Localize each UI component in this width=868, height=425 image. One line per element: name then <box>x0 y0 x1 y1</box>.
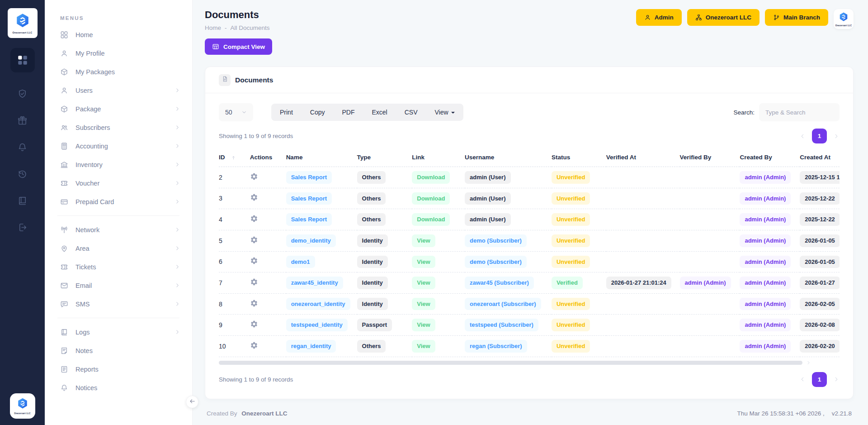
sidebar-item-users[interactable]: Users <box>45 81 192 100</box>
username-badge[interactable]: demo (Subscriber) <box>465 256 527 268</box>
document-name-link[interactable]: Sales Report <box>286 213 332 226</box>
sidebar-item-voucher[interactable]: Voucher <box>45 174 192 192</box>
document-name-link[interactable]: Sales Report <box>286 171 332 184</box>
sidebar-item-sms[interactable]: SMS <box>45 295 192 313</box>
search-input[interactable] <box>759 103 840 121</box>
view-link[interactable]: View <box>412 277 435 289</box>
scrollbar-thumb[interactable] <box>219 361 802 365</box>
gear-icon[interactable] <box>250 257 258 265</box>
dashboard-icon[interactable] <box>10 48 35 72</box>
download-link[interactable]: Download <box>412 213 450 226</box>
document-name-link[interactable]: demo_identity <box>286 234 336 247</box>
csv-export-button[interactable]: CSV <box>396 104 426 121</box>
document-name-link[interactable]: Sales Report <box>286 192 332 205</box>
column-header-verified-at[interactable]: Verified At <box>606 148 680 167</box>
footer-company-link[interactable]: Onezeroart LLC <box>241 410 287 417</box>
sidebar-item-my-profile[interactable]: My Profile <box>45 44 192 62</box>
shield-check-icon[interactable] <box>17 89 28 99</box>
gear-icon[interactable] <box>250 172 258 181</box>
sidebar-collapse-button[interactable] <box>186 396 198 408</box>
sidebar-item-reports[interactable]: Reports <box>45 360 192 378</box>
gear-icon[interactable] <box>250 278 258 286</box>
sidebar-item-subscribers[interactable]: Subscribers <box>45 118 192 137</box>
column-header-link[interactable]: Link <box>412 148 465 167</box>
document-name-link[interactable]: demo1 <box>286 256 315 268</box>
company-logo[interactable]: Onezeroart LLC <box>8 8 38 38</box>
page-size-select[interactable]: 50 <box>219 103 253 121</box>
document-name-link[interactable]: onezeroart_identity <box>286 298 350 310</box>
column-header-status[interactable]: Status <box>552 148 606 167</box>
document-name-link[interactable]: regan_identity <box>286 340 336 353</box>
sidebar-item-my-packages[interactable]: My Packages <box>45 62 192 81</box>
prev-page-icon[interactable] <box>799 133 806 139</box>
bell-icon[interactable] <box>17 142 28 153</box>
sign-out-icon[interactable] <box>17 222 28 233</box>
download-link[interactable]: Download <box>412 192 450 205</box>
username-badge[interactable]: testspeed (Subscriber) <box>465 319 538 331</box>
prev-page-icon[interactable] <box>799 376 806 382</box>
compact-view-button[interactable]: Compact View <box>205 38 272 55</box>
column-header-name[interactable]: Name <box>286 148 357 167</box>
breadcrumb-home[interactable]: Home <box>205 24 221 31</box>
view-link[interactable]: View <box>412 256 435 268</box>
username-badge[interactable]: admin (User) <box>465 192 510 205</box>
header-company-logo[interactable]: Onezeroart LLC <box>834 9 854 29</box>
view-dropdown-button[interactable]: View <box>426 104 463 121</box>
column-header-verified-by[interactable]: Verified By <box>680 148 740 167</box>
sidebar-item-notices[interactable]: Notices <box>45 378 192 397</box>
username-badge[interactable]: admin (User) <box>465 213 510 226</box>
sidebar-item-logs[interactable]: Logs <box>45 323 192 341</box>
next-page-icon[interactable] <box>833 376 840 382</box>
column-header-type[interactable]: Type <box>357 148 412 167</box>
column-header-username[interactable]: Username <box>465 148 552 167</box>
main-branch-button[interactable]: Main Branch <box>765 9 828 26</box>
print-export-button[interactable]: Print <box>271 104 302 121</box>
sidebar-item-tickets[interactable]: Tickets <box>45 258 192 276</box>
gift-icon[interactable] <box>17 115 28 126</box>
gear-icon[interactable] <box>250 215 258 223</box>
sidebar-item-accounting[interactable]: Accounting <box>45 137 192 155</box>
sidebar-item-inventory[interactable]: Inventory <box>45 155 192 174</box>
cell-verified-at: 2026-01-27 21:01:24 <box>606 272 680 294</box>
column-header-id[interactable]: ID <box>219 148 250 167</box>
view-link[interactable]: View <box>412 340 435 353</box>
column-header-created-by[interactable]: Created By <box>740 148 800 167</box>
sidebar-item-email[interactable]: Email <box>45 276 192 295</box>
company-logo-bottom[interactable]: Onezeroart LLC <box>10 393 35 419</box>
page-number-button[interactable]: 1 <box>812 129 827 143</box>
username-badge[interactable]: onezeroart (Subscriber) <box>465 298 541 310</box>
view-link[interactable]: View <box>412 298 435 310</box>
excel-export-button[interactable]: Excel <box>363 104 396 121</box>
column-header-actions[interactable]: Actions <box>250 148 286 167</box>
history-icon[interactable] <box>17 169 28 179</box>
gear-icon[interactable] <box>250 193 258 201</box>
username-badge[interactable]: admin (User) <box>465 171 510 184</box>
gear-icon[interactable] <box>250 236 258 244</box>
page-number-button[interactable]: 1 <box>812 372 827 387</box>
document-name-link[interactable]: testspeed_identity <box>286 319 348 331</box>
sidebar-item-network[interactable]: Network <box>45 220 192 239</box>
onezeroart-llc-button[interactable]: Onezeroart LLC <box>687 9 760 26</box>
view-link[interactable]: View <box>412 234 435 247</box>
username-badge[interactable]: regan (Subscriber) <box>465 340 527 353</box>
copy-export-button[interactable]: Copy <box>302 104 334 121</box>
gear-icon[interactable] <box>250 299 258 307</box>
scroll-right-icon[interactable] <box>806 360 811 365</box>
download-link[interactable]: Download <box>412 171 450 184</box>
view-link[interactable]: View <box>412 319 435 331</box>
sidebar-item-prepaid-card[interactable]: Prepaid Card <box>45 192 192 211</box>
sidebar-item-notes[interactable]: Notes <box>45 341 192 360</box>
username-badge[interactable]: zawar45 (Subscriber) <box>465 277 534 289</box>
next-page-icon[interactable] <box>833 133 840 139</box>
sidebar-item-home[interactable]: Home <box>45 25 192 44</box>
gear-icon[interactable] <box>250 320 258 328</box>
document-name-link[interactable]: zawar45_identity <box>286 277 343 289</box>
pdf-export-button[interactable]: PDF <box>333 104 363 121</box>
gear-icon[interactable] <box>250 341 258 349</box>
ledger-icon[interactable] <box>17 196 28 206</box>
admin-button[interactable]: Admin <box>636 9 682 26</box>
sidebar-item-area[interactable]: Area <box>45 239 192 258</box>
sidebar-item-package[interactable]: Package <box>45 100 192 118</box>
username-badge[interactable]: demo (Subscriber) <box>465 234 527 247</box>
column-header-created-at[interactable]: Created At <box>800 148 840 167</box>
